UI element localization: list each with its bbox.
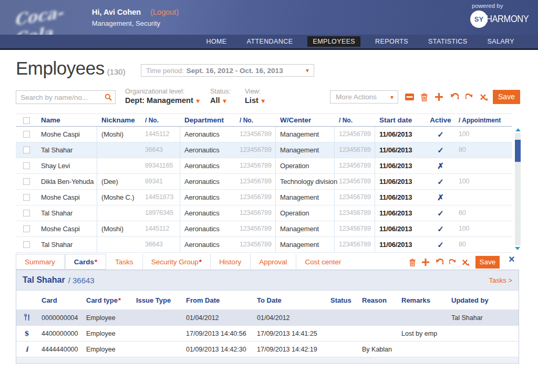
nav-item[interactable]: EMPLOYEES [307, 36, 360, 47]
card-row[interactable]: $ 4400000000 Employee 17/09/2013 14:40:5… [16, 326, 519, 342]
start-date: 11/06/2013 [375, 174, 427, 189]
column-header[interactable]: Start date [375, 116, 427, 124]
save-button[interactable]: Save [493, 90, 520, 104]
column-header[interactable]: Updated by [447, 296, 519, 304]
column-header[interactable]: / Appointment [454, 117, 512, 124]
row-checkbox[interactable] [23, 131, 30, 138]
nav-item[interactable]: SALARY [477, 36, 524, 47]
search-icon[interactable] [105, 94, 112, 103]
column-header[interactable]: Issue Type [132, 296, 182, 304]
required-asterisk: * [199, 258, 202, 266]
detail-tab[interactable]: History [210, 254, 250, 270]
more-actions-dropdown[interactable]: More Actions [330, 90, 398, 104]
status-dropdown[interactable]: All [210, 96, 231, 105]
column-header[interactable]: Remarks [397, 296, 447, 304]
employee-row[interactable]: Moshe Caspi (Moshi) 1445112 Aeronautics … [16, 221, 512, 237]
table-toolbar [405, 92, 488, 101]
employee-wcenter: Operation [276, 205, 335, 221]
employee-row[interactable]: Moshe Caspi (Moshi) 1445112 Aeronautics … [16, 127, 512, 142]
employee-row[interactable]: Dikla Ben-Yehuda (Dee) 89341 Aeronautics… [16, 174, 512, 190]
nav-item[interactable]: HOME [196, 36, 236, 47]
scroll-down-icon[interactable] [515, 247, 520, 250]
column-header[interactable]: / No. [335, 117, 375, 124]
row-checkbox[interactable] [23, 225, 30, 232]
employee-wcenter: Management [276, 127, 335, 142]
row-checkbox[interactable] [23, 241, 30, 248]
select-all-checkbox[interactable] [23, 117, 30, 124]
active-status-icon: ✓ [427, 174, 454, 189]
column-header[interactable]: Status [326, 296, 358, 304]
row-checkbox[interactable] [23, 194, 30, 201]
nav-item[interactable]: STATISTICS [418, 36, 477, 47]
scroll-up-icon[interactable] [515, 128, 521, 131]
wcenter-no: 123456789 [335, 158, 375, 173]
employee-no: 18976345 [141, 205, 180, 221]
start-date: 11/06/2013 [375, 158, 427, 173]
column-header[interactable]: Reason [358, 296, 397, 304]
card-icon[interactable] [405, 94, 414, 100]
detail-tab[interactable]: Approval [250, 254, 296, 270]
detail-tab[interactable]: Security Group* [142, 254, 210, 270]
employee-row[interactable]: Moshe Caspi (Moshe C.) 14451873 Aeronaut… [16, 190, 512, 205]
employee-name: Tal Shahar [37, 142, 97, 158]
view-dropdown[interactable]: List [245, 96, 265, 105]
employee-row[interactable]: Tal Shahar 36643 Aeronautics 123456789 M… [16, 237, 512, 253]
detail-tab[interactable]: Cards* [65, 254, 107, 270]
employee-table: Name Nickname / No. Department / No. W/C… [16, 114, 512, 253]
employee-row[interactable]: Tal Shahar 18976345 Aeronautics 12345678… [16, 205, 512, 221]
detail-tab[interactable]: Summary [16, 254, 65, 270]
selected-employee-name: Tal Shahar [23, 275, 65, 285]
nav-item[interactable]: ATTENDANCE [237, 36, 303, 47]
appointment-pct [454, 158, 512, 173]
scrollbar-track[interactable] [515, 133, 521, 245]
detail-tab[interactable]: Tasks [107, 254, 142, 270]
redo-icon[interactable] [449, 259, 456, 265]
add-plus-icon[interactable] [434, 92, 443, 101]
close-panel-icon[interactable] [509, 253, 515, 265]
employee-row[interactable]: Tal Shahar 36643 Aeronautics 123456789 M… [16, 142, 512, 158]
panel-save-button[interactable]: Save [475, 256, 500, 269]
undo-icon[interactable] [450, 93, 459, 101]
tasks-link[interactable]: Tasks > [489, 276, 512, 284]
time-period-dropdown[interactable]: Time period: Sept. 16, 2012 - Oct. 16, 2… [141, 64, 314, 77]
column-header[interactable]: / No. [235, 117, 276, 124]
view-label: View: [245, 88, 265, 95]
column-header[interactable]: Active [427, 116, 454, 124]
wcenter-no: 123456789 [335, 142, 375, 158]
undo-icon[interactable] [436, 259, 443, 266]
column-header[interactable]: / No. [141, 117, 180, 124]
card-type-icon: $ [16, 329, 37, 337]
row-checkbox[interactable] [23, 147, 30, 153]
scrollbar-thumb[interactable] [515, 140, 521, 162]
column-header[interactable]: Card type* [82, 296, 132, 304]
export-excel-icon[interactable] [462, 259, 470, 266]
logout-link[interactable]: (Logout) [150, 8, 179, 16]
column-header[interactable]: Department [180, 116, 235, 124]
table-scrollbar[interactable] [514, 128, 521, 250]
org-level-dropdown[interactable]: Dept: Management [125, 96, 200, 105]
column-header[interactable]: W/Center [276, 116, 335, 124]
delete-trash-icon[interactable] [421, 93, 428, 101]
row-checkbox[interactable] [23, 178, 30, 185]
card-row[interactable]: 0000000004 Employee 01/04/2012 01/04/201… [16, 310, 519, 326]
search-input[interactable] [16, 90, 116, 104]
employee-row[interactable]: Shay Levi 89341165 Aeronautics 123456789… [16, 158, 512, 174]
redo-icon[interactable] [465, 94, 473, 100]
nav-item[interactable]: REPORTS [365, 36, 418, 47]
employee-department: Aeronautics [180, 190, 235, 205]
detail-tab[interactable]: Cost center [296, 254, 350, 270]
card-type: Employee [82, 314, 132, 322]
export-excel-icon[interactable] [480, 94, 488, 101]
chevron-down-icon [390, 94, 394, 101]
column-header[interactable]: Name [37, 116, 97, 124]
column-header[interactable]: To Date [253, 296, 326, 304]
column-header[interactable]: Card [37, 296, 82, 304]
column-header[interactable]: Nickname [97, 116, 141, 124]
card-row[interactable]: i 4444440000 Employee 01/09/2013 14:42:3… [16, 342, 519, 357]
add-plus-icon[interactable] [421, 258, 430, 266]
delete-trash-icon[interactable] [409, 259, 416, 266]
row-checkbox[interactable] [23, 210, 30, 216]
column-header[interactable]: From Date [182, 296, 253, 304]
row-checkbox[interactable] [23, 162, 30, 169]
employee-name: Dikla Ben-Yehuda [37, 174, 97, 189]
